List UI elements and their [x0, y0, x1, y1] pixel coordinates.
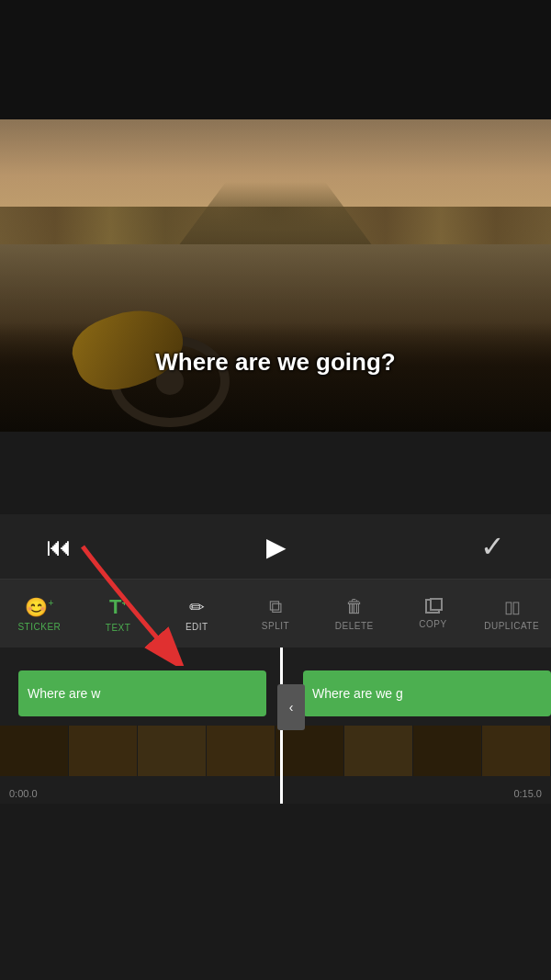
sticker-tool[interactable]: 😊+ STICKER — [0, 589, 79, 639]
caption-clip-2-text: Where are we g — [312, 686, 403, 701]
vid-thumb-7 — [413, 726, 482, 776]
delete-label: DELETE — [335, 621, 374, 631]
rewind-icon: ⏮ — [46, 532, 72, 562]
play-button[interactable]: ▶ — [266, 532, 287, 562]
vid-thumb-2 — [69, 726, 138, 776]
rewind-button[interactable]: ⏮ — [46, 532, 72, 562]
duplicate-tool[interactable]: ▯▯ DUPLICATE — [472, 590, 551, 638]
copy-icon — [425, 599, 440, 614]
video-strip — [0, 726, 551, 776]
video-preview: Where are we going? — [0, 119, 551, 432]
timestamp-end: 0:15.0 — [513, 788, 542, 799]
sticker-label: STICKER — [17, 622, 61, 632]
vid-thumb-4 — [207, 726, 276, 776]
edit-icon: ✏ — [189, 596, 205, 618]
split-tool[interactable]: ⧉ SPLIT — [236, 589, 315, 638]
timeline-area: Where are w ‹ Where are we g 0:00.0 0:15… — [0, 648, 551, 804]
vid-thumb-5 — [276, 726, 344, 776]
duplicate-icon: ▯▯ — [504, 597, 519, 617]
edit-tool[interactable]: ✏ EDIT — [157, 589, 236, 639]
delete-icon: 🗑 — [345, 596, 364, 617]
edit-label: EDIT — [186, 622, 208, 632]
chevron-left-icon: ‹ — [289, 700, 294, 715]
caption-clip-1-text: Where are w — [28, 686, 100, 701]
text-icon: T+ — [109, 595, 127, 619]
caption-track: Where are w ‹ Where are we g — [0, 666, 551, 721]
timestamps: 0:00.0 0:15.0 — [0, 788, 551, 799]
top-bar — [0, 0, 551, 119]
duplicate-label: DUPLICATE — [484, 621, 539, 631]
video-subtitle: Where are we going? — [155, 348, 396, 377]
clip-divider[interactable]: ‹ — [277, 684, 305, 730]
delete-tool[interactable]: 🗑 DELETE — [315, 589, 394, 638]
text-label: TEXT — [106, 623, 131, 633]
vid-thumb-3 — [138, 726, 207, 776]
split-icon: ⧉ — [269, 596, 282, 617]
copy-label: COPY — [419, 619, 446, 629]
caption-clip-2[interactable]: Where are we g — [303, 670, 551, 716]
sticker-icon: 😊+ — [25, 596, 53, 618]
copy-tool[interactable]: COPY — [394, 591, 473, 636]
confirm-button[interactable]: ✓ — [480, 529, 505, 564]
check-icon: ✓ — [480, 529, 505, 564]
timestamp-start: 0:00.0 — [9, 788, 38, 799]
caption-clip-1[interactable]: Where are w — [18, 670, 266, 716]
vid-thumb-1 — [0, 726, 69, 776]
playback-controls: ⏮ ▶ ✓ — [0, 514, 551, 579]
vid-thumb-8 — [482, 726, 551, 776]
text-tool[interactable]: T+ TEXT — [79, 588, 158, 640]
toolbar: 😊+ STICKER T+ TEXT ✏ EDIT ⧉ SPLIT 🗑 DELE… — [0, 579, 551, 648]
split-label: SPLIT — [262, 621, 289, 631]
play-icon: ▶ — [266, 532, 287, 562]
vid-thumb-6 — [344, 726, 413, 776]
gap-area — [0, 432, 551, 514]
